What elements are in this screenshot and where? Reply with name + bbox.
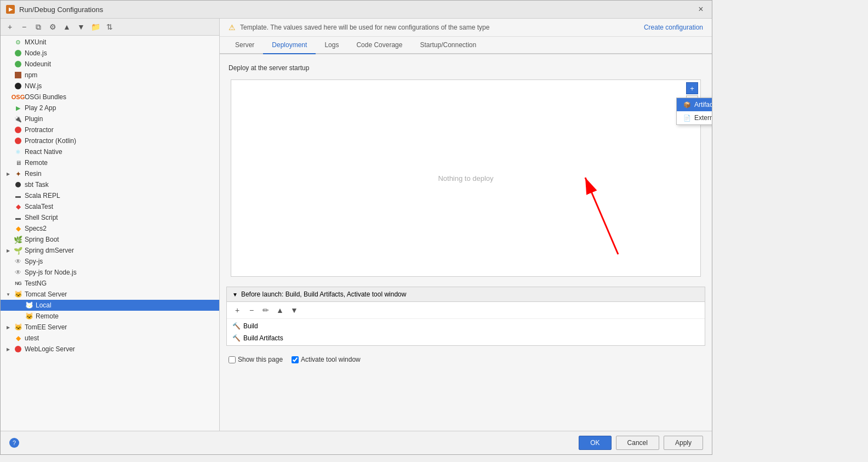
before-launch-item-build-artifacts[interactable]: 🔨 Build Artifacts (227, 332, 705, 344)
copy-config-button[interactable]: ⧉ (32, 21, 44, 33)
sidebar-item-spring-dmserver[interactable]: ▶ 🌱 Spring dmServer (1, 245, 219, 256)
sidebar-item-testng[interactable]: NG TestNG (1, 278, 219, 289)
sidebar-item-scala-repl[interactable]: ▬ Scala REPL (1, 190, 219, 201)
before-launch-item-build[interactable]: 🔨 Build (227, 320, 705, 332)
mxunit-icon: ⚙ (14, 38, 22, 47)
expand-placeholder (5, 159, 12, 166)
sidebar-item-shell-script[interactable]: ▬ Shell Script (1, 212, 219, 223)
move-down-button[interactable]: ▼ (75, 21, 87, 33)
nodejs-icon (14, 49, 22, 58)
cancel-button[interactable]: Cancel (616, 436, 659, 450)
before-launch-add-button[interactable]: + (231, 304, 243, 316)
warning-icon: ⚠ (229, 23, 236, 32)
sidebar-item-tomee[interactable]: ▶ 🐱 TomEE Server (1, 322, 219, 333)
sidebar-item-weblogic[interactable]: ▶ WebLogic Server (1, 344, 219, 355)
resin-expand-icon: ▶ (5, 170, 12, 177)
show-page-checkbox-label[interactable]: Show this page (229, 356, 283, 363)
dialog-title: Run/Debug Configurations (19, 5, 103, 14)
sidebar-item-mxunit[interactable]: ⚙ MXUnit (1, 37, 219, 48)
artifact-label: Artifact... (694, 101, 712, 109)
nwjs-label: NW.js (25, 82, 42, 90)
tab-startup-connection[interactable]: Startup/Connection (411, 37, 485, 54)
expand-placeholder (5, 83, 12, 89)
tab-deployment[interactable]: Deployment (263, 37, 316, 54)
sidebar-item-scalatest[interactable]: ◆ ScalaTest (1, 201, 219, 212)
sidebar-item-osgi[interactable]: OSG OSGi Bundles (1, 92, 219, 102)
tomcat-remote-label: Remote (36, 312, 59, 320)
artifact-icon: 📦 (683, 101, 691, 109)
before-launch-up-button[interactable]: ▲ (274, 304, 286, 316)
sidebar-item-specs2[interactable]: ◆ Specs2 (1, 223, 219, 234)
panel-header: ⚠ Template. The values saved here will b… (220, 19, 712, 37)
deploy-section: Deploy at the server startup Nothing to … (226, 61, 705, 281)
activate-tool-label: Activate tool window (301, 356, 361, 363)
sidebar-item-tomcat-local[interactable]: 🐱 Local (1, 300, 219, 311)
nwjs-icon (14, 82, 22, 90)
tab-code-coverage[interactable]: Code Coverage (347, 37, 411, 54)
apply-button[interactable]: Apply (664, 436, 703, 450)
sidebar-item-npm[interactable]: npm (1, 70, 219, 81)
settings-config-button[interactable]: ⚙ (47, 21, 59, 33)
deploy-header: Deploy at the server startup (226, 61, 705, 75)
spy-js-node-icon: 👁 (14, 268, 22, 277)
sidebar-item-plugin[interactable]: 🔌 Plugin (1, 113, 219, 124)
show-page-checkbox[interactable] (229, 356, 236, 363)
sidebar-item-tomcat[interactable]: ▼ 🐱 Tomcat Server (1, 289, 219, 300)
show-page-label: Show this page (238, 356, 283, 363)
close-button[interactable]: × (695, 4, 706, 15)
help-button[interactable]: ? (9, 438, 19, 448)
dropdown-artifact[interactable]: 📦 Artifact... (677, 98, 712, 111)
sidebar-item-nodejs[interactable]: Node.js (1, 48, 219, 59)
sidebar-item-nwjs[interactable]: NW.js (1, 81, 219, 92)
add-deploy-button[interactable]: + (686, 82, 698, 94)
activate-tool-checkbox[interactable] (292, 356, 299, 363)
sidebar-item-utest[interactable]: ◆ utest (1, 333, 219, 344)
sidebar-item-tomcat-remote[interactable]: 🐱 Remote (1, 311, 219, 322)
move-up-button[interactable]: ▲ (61, 21, 73, 33)
sidebar-item-remote[interactable]: 🖥 Remote (1, 157, 219, 168)
footer-checkboxes: Show this page Activate tool window (226, 351, 705, 368)
tab-logs[interactable]: Logs (316, 37, 347, 54)
expand-placeholder (5, 61, 12, 67)
ok-button[interactable]: OK (579, 436, 611, 450)
protractor-kotlin-label: Protractor (Kotlin) (25, 137, 76, 145)
expand-placeholder (5, 236, 12, 243)
utest-label: utest (25, 334, 39, 342)
expand-placeholder (5, 192, 12, 199)
run-debug-dialog: ▶ Run/Debug Configurations × + − ⧉ ⚙ ▲ ▼… (0, 0, 712, 455)
create-config-link[interactable]: Create configuration (644, 24, 703, 31)
before-launch-remove-button[interactable]: − (245, 304, 258, 316)
sidebar-item-react-native[interactable]: ⚛ React Native (1, 146, 219, 157)
sidebar-item-resin[interactable]: ▶ ✦ Resin (1, 168, 219, 179)
protractor-label: Protractor (25, 126, 54, 134)
dropdown-external-source[interactable]: 📄 External Source... (677, 111, 712, 124)
before-launch-header[interactable]: ▼ Before launch: Build, Build Artifacts,… (227, 287, 705, 302)
remove-config-button[interactable]: − (18, 21, 30, 33)
expand-placeholder (5, 105, 12, 111)
sidebar-item-spy-js[interactable]: 👁 Spy-js (1, 256, 219, 267)
tomcat-local-label: Local (36, 301, 52, 309)
expand-placeholder (5, 94, 12, 100)
folder-button[interactable]: 📁 (89, 21, 101, 33)
sidebar-item-protractor-kotlin[interactable]: Protractor (Kotlin) (1, 135, 219, 146)
sidebar-item-sbt[interactable]: sbt Task (1, 179, 219, 190)
sort-button[interactable]: ⇅ (104, 21, 116, 33)
expand-placeholder (5, 138, 12, 144)
sidebar-list: ⚙ MXUnit Node.js Nodeunit (1, 36, 219, 431)
before-launch-edit-button[interactable]: ✏ (260, 304, 272, 316)
before-launch-down-button[interactable]: ▼ (288, 304, 300, 316)
expand-placeholder (5, 335, 12, 341)
deploy-area: Nothing to deploy + 📦 Artifact... (231, 79, 701, 277)
before-launch-toolbar: + − ✏ ▲ ▼ (227, 302, 705, 319)
sidebar-item-nodeunit[interactable]: Nodeunit (1, 59, 219, 70)
sidebar-item-protractor[interactable]: Protractor (1, 124, 219, 135)
sidebar-item-spy-js-node[interactable]: 👁 Spy-js for Node.js (1, 267, 219, 278)
sidebar-item-spring-boot[interactable]: 🌿 Spring Boot (1, 234, 219, 245)
sidebar-item-play2[interactable]: ▶ Play 2 App (1, 102, 219, 113)
build-icon: 🔨 (232, 322, 240, 330)
testng-label: TestNG (25, 280, 47, 287)
activate-tool-checkbox-label[interactable]: Activate tool window (292, 356, 361, 363)
main-content: + − ⧉ ⚙ ▲ ▼ 📁 ⇅ ⚙ MXUnit (1, 19, 712, 431)
tab-server[interactable]: Server (226, 37, 263, 54)
add-config-button[interactable]: + (4, 21, 16, 33)
